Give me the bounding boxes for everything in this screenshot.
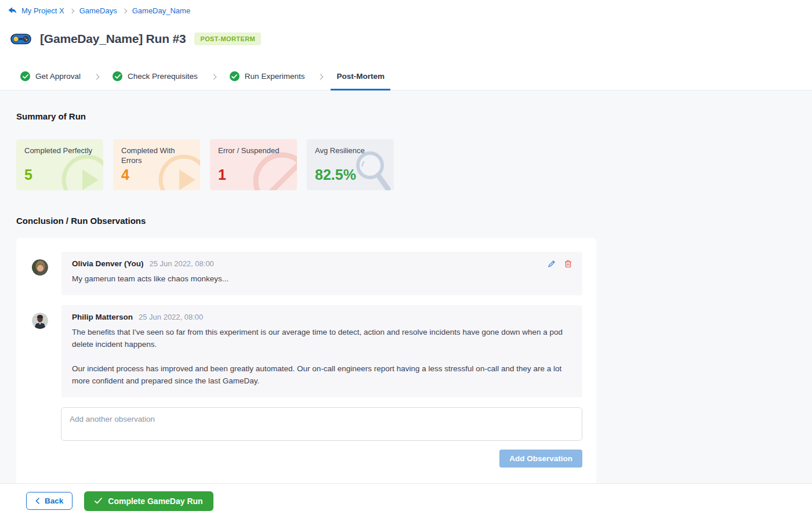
complete-button-label: Complete GameDay Run bbox=[108, 497, 202, 506]
stat-card-avg-resilience: Avg Resilience 82.5% bbox=[307, 139, 394, 190]
check-circle-icon bbox=[113, 71, 122, 81]
complete-gameday-run-button[interactable]: Complete GameDay Run bbox=[84, 491, 213, 511]
observation-body: My gamerun team acts like chaos monkeys.… bbox=[72, 273, 572, 285]
back-button[interactable]: Back bbox=[26, 492, 72, 510]
project-icon bbox=[8, 7, 17, 15]
chevron-right-icon bbox=[122, 8, 126, 13]
main-content: Summary of Run Completed Perfectly 5 Com… bbox=[0, 90, 812, 483]
observation-body: The benefits that I've seen so far from … bbox=[72, 327, 572, 387]
gamepad-icon bbox=[10, 32, 31, 46]
page-title: [GameDay_Name] Run #3 bbox=[40, 32, 186, 46]
check-icon bbox=[95, 498, 102, 504]
observation-input[interactable] bbox=[61, 407, 582, 441]
tab-check-prerequisites[interactable]: Check Prerequisites bbox=[107, 64, 204, 90]
observation-timestamp: 25 Jun 2022, 08:00 bbox=[150, 259, 214, 268]
delete-icon[interactable] bbox=[564, 260, 572, 268]
tab-post-mortem[interactable]: Post-Mortem bbox=[331, 64, 390, 90]
step-tabbar: Get Approval Check Prerequisites Run Exp… bbox=[0, 64, 812, 90]
breadcrumb: My Project X GameDays GameDay_Name bbox=[8, 6, 812, 15]
observation-item: Olivia Denver (You) 25 Jun 2022, 08:00 M… bbox=[32, 252, 582, 295]
tab-label: Run Experiments bbox=[245, 72, 305, 81]
status-badge: POST-MORTERM bbox=[194, 32, 261, 45]
chevron-right-icon bbox=[204, 64, 224, 90]
observation-card: Olivia Denver (You) 25 Jun 2022, 08:00 M… bbox=[61, 252, 582, 295]
chevron-left-icon bbox=[35, 498, 39, 504]
chevron-right-icon bbox=[86, 64, 107, 90]
stat-card-completed-perfectly: Completed Perfectly 5 bbox=[16, 139, 103, 190]
tab-label: Check Prerequisites bbox=[128, 72, 198, 81]
stat-value: 82.5% bbox=[315, 166, 388, 183]
stat-value: 1 bbox=[218, 166, 291, 183]
tab-run-experiments[interactable]: Run Experiments bbox=[224, 64, 311, 90]
observations-panel: Olivia Denver (You) 25 Jun 2022, 08:00 M… bbox=[16, 238, 596, 483]
chevron-right-icon bbox=[310, 64, 331, 90]
summary-heading: Summary of Run bbox=[16, 90, 796, 121]
observation-timestamp: 25 Jun 2022, 08:00 bbox=[139, 313, 203, 321]
stat-card-completed-with-errors: Completed With Errors 4 bbox=[113, 139, 200, 190]
stat-label: Completed Perfectly bbox=[24, 146, 97, 156]
stat-label: Completed With Errors bbox=[121, 146, 194, 165]
stat-card-error-suspended: Error / Suspended 1 bbox=[210, 139, 297, 190]
observation-card: Philip Matterson 25 Jun 2022, 08:00 The … bbox=[61, 305, 582, 397]
check-circle-icon bbox=[20, 71, 30, 81]
breadcrumb-item-project[interactable]: My Project X bbox=[21, 6, 64, 15]
stat-value: 5 bbox=[24, 166, 97, 183]
stat-label: Avg Resilience bbox=[315, 146, 388, 156]
edit-icon[interactable] bbox=[548, 260, 556, 268]
summary-cards: Completed Perfectly 5 Completed With Err… bbox=[16, 139, 796, 190]
chevron-right-icon bbox=[69, 8, 74, 13]
avatar bbox=[32, 259, 48, 276]
tab-get-approval[interactable]: Get Approval bbox=[14, 64, 86, 90]
stat-value: 4 bbox=[121, 166, 194, 183]
stat-label: Error / Suspended bbox=[218, 146, 291, 156]
page-header: My Project X GameDays GameDay_Name [Game… bbox=[0, 0, 812, 64]
tab-label: Get Approval bbox=[35, 72, 81, 81]
observations-heading: Conclusion / Run Observations bbox=[16, 190, 796, 226]
avatar bbox=[32, 313, 48, 329]
check-circle-icon bbox=[230, 71, 240, 81]
tab-label: Post-Mortem bbox=[336, 72, 385, 81]
footer-bar: Back Complete GameDay Run bbox=[0, 483, 812, 518]
observation-item: Philip Matterson 25 Jun 2022, 08:00 The … bbox=[32, 305, 582, 397]
breadcrumb-item-gamedays[interactable]: GameDays bbox=[79, 6, 117, 15]
breadcrumb-item-gameday-name[interactable]: GameDay_Name bbox=[132, 6, 190, 15]
back-button-label: Back bbox=[45, 497, 63, 505]
add-observation-button[interactable]: Add Observation bbox=[499, 450, 582, 468]
observation-author: Philip Matterson bbox=[72, 313, 133, 321]
observation-author: Olivia Denver (You) bbox=[72, 259, 144, 268]
